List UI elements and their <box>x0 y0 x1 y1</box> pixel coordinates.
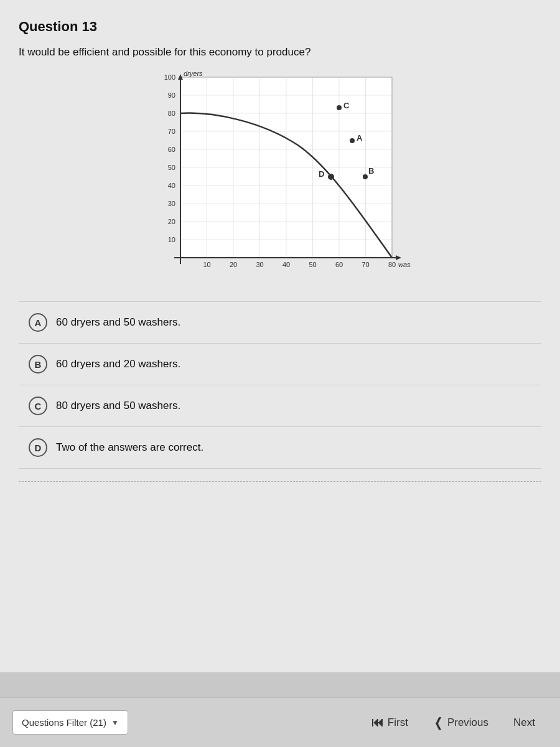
svg-text:80: 80 <box>168 110 175 117</box>
svg-text:60: 60 <box>335 261 343 268</box>
svg-text:30: 30 <box>256 261 263 268</box>
option-c-row[interactable]: C 80 dryers and 50 washers. <box>19 385 541 427</box>
footer: Questions Filter (21) ▼ ⏮ First ❬ Previo… <box>0 697 560 747</box>
options-area: A 60 dryers and 50 washers. B 60 dryers … <box>19 301 541 469</box>
questions-filter-button[interactable]: Questions Filter (21) ▼ <box>12 710 128 735</box>
svg-text:20: 20 <box>230 261 237 268</box>
previous-button[interactable]: ❬ Previous <box>421 708 501 738</box>
previous-icon: ❬ <box>433 715 444 730</box>
question-title: Question 13 <box>19 19 541 35</box>
svg-text:40: 40 <box>282 261 290 268</box>
svg-text:70: 70 <box>362 261 369 268</box>
svg-point-45 <box>337 105 342 110</box>
separator <box>19 481 541 482</box>
previous-label: Previous <box>447 716 488 729</box>
option-d-circle: D <box>29 438 47 457</box>
option-b-text: 60 dryers and 20 washers. <box>56 358 180 370</box>
svg-text:60: 60 <box>168 146 175 153</box>
svg-point-51 <box>363 174 368 179</box>
option-d-text: Two of the answers are correct. <box>56 441 203 454</box>
option-c-text: 80 dryers and 50 washers. <box>56 400 180 412</box>
production-possibilities-chart: 100 90 80 70 60 50 40 30 20 10 10 20 30 … <box>149 71 411 283</box>
svg-text:D: D <box>319 169 324 179</box>
svg-text:C: C <box>343 101 350 110</box>
first-label: First <box>388 716 408 729</box>
svg-text:70: 70 <box>168 128 175 135</box>
svg-text:20: 20 <box>168 218 175 225</box>
first-icon: ⏮ <box>371 715 384 730</box>
option-c-circle: C <box>29 397 47 415</box>
main-content: Question 13 It would be efficient and po… <box>0 0 560 672</box>
filter-dropdown-icon: ▼ <box>111 718 119 727</box>
questions-filter-label: Questions Filter (21) <box>22 717 106 728</box>
svg-text:dryers: dryers <box>184 71 203 77</box>
svg-point-47 <box>350 138 355 143</box>
option-d-row[interactable]: D Two of the answers are correct. <box>19 427 541 469</box>
first-button[interactable]: ⏮ First <box>359 708 421 737</box>
svg-point-49 <box>328 174 334 180</box>
next-button[interactable]: Next <box>501 709 548 736</box>
svg-text:A: A <box>357 133 363 143</box>
svg-text:80: 80 <box>388 261 396 268</box>
chart-area: 100 90 80 70 60 50 40 30 20 10 10 20 30 … <box>19 71 541 283</box>
option-a-row[interactable]: A 60 dryers and 50 washers. <box>19 301 541 344</box>
option-a-circle: A <box>29 313 47 332</box>
svg-text:10: 10 <box>203 261 210 268</box>
svg-text:30: 30 <box>168 200 175 207</box>
nav-buttons: ⏮ First ❬ Previous Next <box>359 708 548 738</box>
svg-text:B: B <box>368 166 374 176</box>
svg-text:100: 100 <box>164 73 175 81</box>
svg-text:90: 90 <box>168 92 175 99</box>
svg-text:washers: washers <box>398 261 411 268</box>
svg-text:40: 40 <box>168 182 175 189</box>
option-b-row[interactable]: B 60 dryers and 20 washers. <box>19 344 541 385</box>
option-a-text: 60 dryers and 50 washers. <box>56 316 180 329</box>
svg-text:10: 10 <box>168 236 175 243</box>
svg-text:50: 50 <box>168 164 175 171</box>
svg-marker-24 <box>396 255 401 260</box>
svg-text:50: 50 <box>309 261 316 268</box>
question-text: It would be efficient and possible for t… <box>19 46 541 59</box>
next-label: Next <box>513 716 535 729</box>
chart-container: 100 90 80 70 60 50 40 30 20 10 10 20 30 … <box>149 71 411 283</box>
option-b-circle: B <box>29 355 47 374</box>
spacer <box>19 494 541 672</box>
